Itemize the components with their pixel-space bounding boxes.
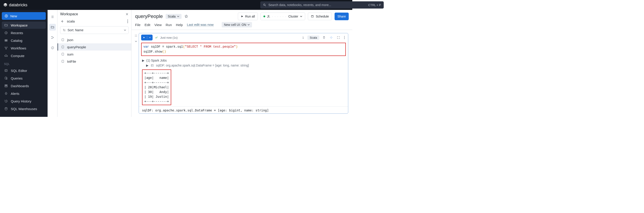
svg-point-33 [344, 39, 345, 39]
nav-label: SQL Editor [11, 69, 27, 73]
share-button[interactable]: Share [334, 13, 349, 20]
file-item-txtfile[interactable]: txtFile [58, 58, 131, 65]
nav-label: Workspace [11, 23, 28, 27]
nav-dashboards[interactable]: Dashboards [2, 82, 46, 89]
kebab-icon[interactable] [127, 20, 128, 23]
kebab-icon[interactable] [343, 35, 346, 40]
file-label: txtFile [67, 60, 76, 63]
svg-point-14 [5, 107, 7, 108]
expand-icon[interactable] [336, 35, 341, 40]
cell-ui-label: New cell UI: ON [224, 23, 246, 27]
nav-sql-editor[interactable]: SQL Editor [2, 67, 46, 74]
dashboards-icon [4, 84, 8, 88]
sparkle-icon[interactable] [329, 35, 334, 40]
expand-triangle-icon[interactable]: ▶ [142, 59, 144, 62]
nav-recents[interactable]: Recents [2, 29, 46, 36]
svg-rect-12 [6, 85, 8, 86]
chevron-down-icon [124, 29, 126, 31]
svg-rect-13 [5, 86, 8, 87]
nav-workspace[interactable]: Workspace [2, 22, 46, 29]
workflows-icon [4, 46, 8, 50]
queries-icon [4, 76, 8, 80]
bell-icon [4, 91, 8, 96]
run-all-label: Run all [245, 15, 255, 18]
trash-icon[interactable] [322, 35, 326, 40]
file-label: json [67, 38, 74, 42]
star-icon[interactable] [184, 14, 188, 19]
rail-folder[interactable] [49, 24, 56, 31]
nav-catalog[interactable]: Catalog [2, 37, 46, 44]
new-button[interactable]: New [2, 12, 46, 20]
drag-handle-icon[interactable] [135, 34, 137, 37]
language-label: Scala [168, 15, 176, 18]
code-cell[interactable]: Just now (1s) 1 Scala var sqlDF = spark.… [139, 33, 348, 114]
nav-sql-warehouses[interactable]: SQL Warehouses [2, 105, 46, 112]
last-edit-link[interactable]: Last edit was now [187, 23, 214, 27]
nav-workflows[interactable]: Workflows [2, 45, 46, 52]
nav-compute[interactable]: Compute [2, 52, 46, 59]
code-token: sqlDF.show [144, 50, 162, 54]
cell-ui-toggle[interactable]: New cell UI: ON [222, 22, 252, 28]
cluster-picker[interactable]: Jl. · · · · · · Cluster [260, 13, 305, 20]
chevron-down-icon [300, 15, 302, 18]
plus-circle-icon [4, 14, 8, 18]
breadcrumb-current[interactable]: scala [67, 19, 75, 23]
file-item-querypeople[interactable]: queryPeople [58, 43, 131, 51]
menu-run[interactable]: Run [166, 23, 172, 27]
run-menu-chevron[interactable] [147, 35, 152, 41]
run-cell-button[interactable] [141, 35, 152, 41]
cell-toolbar: Just now (1s) 1 Scala [139, 33, 348, 42]
catalog-icon [4, 39, 8, 43]
spark-jobs-row[interactable]: ▶ (1) Spark Jobs [139, 58, 348, 63]
schedule-label: Schedule [316, 15, 329, 18]
svg-point-30 [136, 36, 137, 37]
notebook-icon [61, 38, 65, 41]
svg-rect-23 [62, 46, 64, 48]
rail-schema[interactable] [49, 34, 56, 41]
sort-dropdown[interactable]: Sort: Name [60, 26, 128, 34]
cluster-suffix: Cluster [288, 15, 298, 18]
close-icon[interactable] [126, 13, 128, 16]
nav-queries[interactable]: Queries [2, 75, 46, 82]
file-label: sum [67, 52, 74, 56]
clock-icon [4, 31, 8, 35]
language-pill[interactable]: Scala [166, 14, 182, 19]
nav-alerts[interactable]: Alerts [2, 90, 46, 97]
menu-file[interactable]: File [135, 23, 140, 27]
cell-lang-tag[interactable]: Scala [308, 36, 319, 40]
schema-row[interactable]: ▶ sqlDF: org.apache.spark.sql.DataFrame … [139, 63, 348, 69]
sort-label: Sort: Name [68, 28, 84, 32]
expand-triangle-icon[interactable]: ▶ [146, 64, 148, 67]
nav-query-history[interactable]: Query History [2, 98, 46, 105]
svg-rect-26 [312, 16, 314, 18]
file-item-sum[interactable]: sum [58, 51, 131, 58]
brand-logo[interactable]: databricks [3, 3, 28, 8]
file-item-json[interactable]: json [58, 36, 131, 43]
search-input[interactable] [268, 3, 352, 7]
svg-rect-11 [5, 85, 6, 86]
menu-edit[interactable]: Edit [144, 23, 150, 27]
schedule-button[interactable]: Schedule [308, 13, 332, 20]
search-icon [263, 3, 266, 7]
code-editor[interactable]: var sqlDF = spark.sql("SELECT * FROM tes… [141, 43, 346, 56]
nav-label: Compute [11, 54, 24, 58]
rail-assistant[interactable] [49, 45, 56, 51]
rail-toc[interactable] [49, 14, 56, 20]
brand-text: databricks [9, 3, 28, 8]
menu-view[interactable]: View [154, 23, 162, 27]
back-arrow-icon[interactable] [60, 20, 64, 23]
run-timestamp: Just now (1s) [160, 36, 178, 39]
warehouses-icon [4, 107, 8, 111]
svg-point-29 [135, 36, 136, 37]
status-dot-icon [264, 16, 265, 17]
run-all-button[interactable]: Run all [238, 13, 258, 20]
notebook-title[interactable]: queryPeople [135, 14, 163, 19]
nav-label: SQL Warehouses [11, 107, 37, 111]
svg-point-6 [5, 47, 6, 48]
menu-help[interactable]: Help [176, 23, 183, 27]
svg-point-31 [344, 36, 345, 37]
code-token: sqlDF = spark.sql [149, 45, 183, 49]
global-search[interactable]: CTRL + P [260, 1, 352, 9]
play-icon[interactable] [141, 35, 147, 41]
collapse-chevron-icon[interactable] [135, 40, 137, 43]
